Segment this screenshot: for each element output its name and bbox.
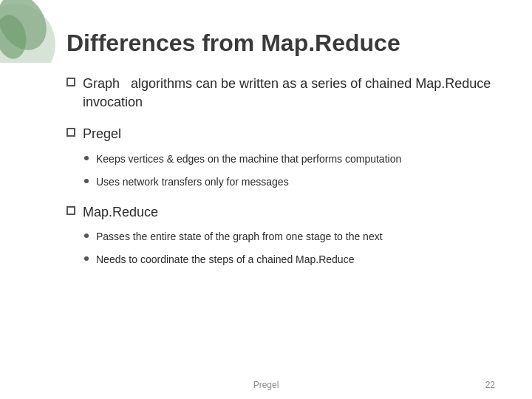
corner-decoration [0, 0, 63, 63]
graph-bullet: Graph algorithms can be written as a ser… [66, 75, 495, 112]
mapreduce-sub-bullet-2-dot [84, 256, 89, 261]
pregel-sub-bullet-2: Uses network transfers only for messages [84, 174, 495, 190]
pregel-sub-bullet-1-text: Keeps vertices & edges on the machine th… [96, 151, 495, 167]
footer: Pregel 22 [0, 380, 532, 390]
footer-label: Pregel [37, 380, 495, 390]
graph-section: Graph algorithms can be written as a ser… [66, 75, 495, 112]
mapreduce-sub-bullet-1-text: Passes the entire state of the graph fro… [96, 229, 495, 245]
pregel-sub-bullet-1-dot [84, 156, 89, 160]
mapreduce-sub-bullet-2-text: Needs to coordinate the steps of a chain… [96, 252, 495, 267]
pregel-section: Pregel Keeps vertices & edges on the mac… [66, 125, 495, 189]
pregel-bullet: Pregel [66, 125, 495, 143]
graph-bullet-text: Graph algorithms can be written as a ser… [83, 75, 495, 112]
pregel-sub-bullets: Keeps vertices & edges on the machine th… [84, 151, 495, 190]
graph-bullet-icon [66, 78, 75, 86]
pregel-bullet-icon [66, 128, 75, 137]
mapreduce-section: Map.Reduce Passes the entire state of th… [66, 203, 495, 267]
mapreduce-sub-bullet-2: Needs to coordinate the steps of a chain… [84, 252, 495, 267]
slide-title: Differences from Map.Reduce [66, 30, 495, 57]
slide: Differences from Map.Reduce Graph algori… [0, 0, 532, 399]
mapreduce-bullet-text: Map.Reduce [83, 203, 158, 222]
footer-page: 22 [485, 380, 495, 390]
mapreduce-bullet-icon [66, 206, 75, 215]
pregel-sub-bullet-2-text: Uses network transfers only for messages [96, 174, 495, 190]
pregel-sub-bullet-1: Keeps vertices & edges on the machine th… [84, 151, 495, 167]
mapreduce-bullet: Map.Reduce [66, 203, 495, 222]
mapreduce-sub-bullet-1: Passes the entire state of the graph fro… [84, 229, 495, 245]
mapreduce-sub-bullets: Passes the entire state of the graph fro… [84, 229, 495, 267]
pregel-sub-bullet-2-dot [84, 179, 89, 183]
pregel-bullet-text: Pregel [83, 125, 121, 143]
mapreduce-sub-bullet-1-dot [84, 233, 89, 238]
